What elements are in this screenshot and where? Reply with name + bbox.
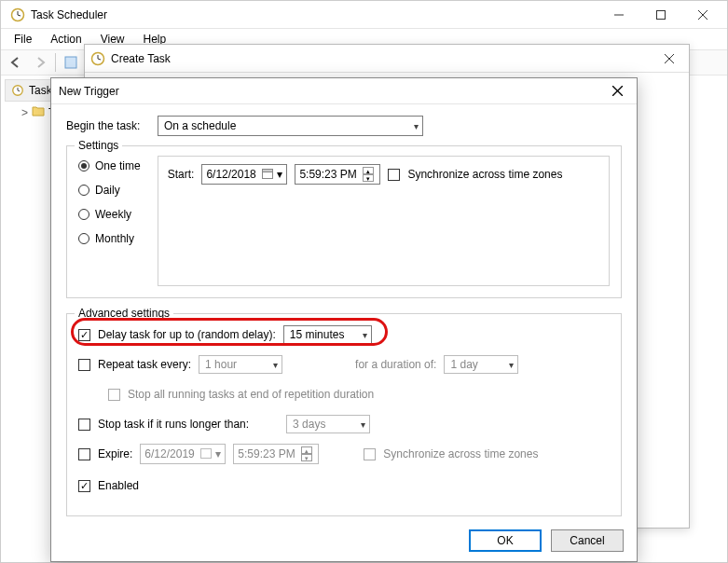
settings-group: Settings One time Daily Weekly Monthly S…	[66, 145, 622, 298]
repeat-value-combo[interactable]: 1 hour ▾	[199, 355, 282, 374]
chevron-down-icon: ▾	[363, 330, 367, 340]
radio-icon	[78, 160, 89, 172]
advanced-group: Advanced settings Delay task for up to (…	[66, 313, 622, 516]
stop-all-label: Stop all running tasks at end of repetit…	[128, 388, 374, 401]
schedule-radio-group: One time Daily Weekly Monthly	[78, 156, 141, 286]
delay-label: Delay task for up to (random delay):	[98, 328, 276, 341]
delay-value: 15 minutes	[290, 328, 345, 341]
time-spinner[interactable]: ▴ ▾	[363, 167, 374, 182]
repeat-value: 1 hour	[205, 358, 237, 371]
spin-up-icon[interactable]: ▴	[301, 446, 312, 454]
expire-sync-tz-label: Synchronize across time zones	[383, 447, 538, 460]
cancel-button[interactable]: Cancel	[551, 529, 624, 552]
duration-label: for a duration of:	[355, 358, 436, 371]
chevron-down-icon: ▾	[215, 447, 221, 460]
app-clock-icon	[10, 7, 25, 22]
time-spinner[interactable]: ▴ ▾	[301, 446, 312, 461]
svg-rect-4	[656, 10, 665, 19]
calendar-icon	[262, 168, 273, 182]
start-time-value: 5:59:23 PM	[299, 168, 356, 181]
trigger-body: Begin the task: On a schedule ▾ Settings…	[51, 104, 637, 528]
create-task-title: Create Task	[111, 52, 655, 65]
create-task-titlebar: Create Task	[85, 45, 689, 73]
expire-checkbox[interactable]	[78, 448, 90, 460]
start-date-value: 6/12/2018	[206, 168, 255, 181]
chevron-down-icon: ▾	[277, 168, 282, 181]
new-trigger-dialog: New Trigger Begin the task: On a schedul…	[50, 77, 638, 562]
enabled-checkbox[interactable]	[78, 480, 90, 492]
create-task-close-button[interactable]	[655, 48, 683, 70]
close-button[interactable]	[681, 2, 723, 28]
dialog-button-row: OK Cancel	[469, 529, 624, 552]
svg-rect-21	[263, 169, 273, 172]
stop-if-label: Stop task if it runs longer than:	[98, 418, 249, 431]
begin-task-combo[interactable]: On a schedule ▾	[158, 116, 423, 136]
chevron-down-icon: ▾	[509, 360, 514, 370]
stop-if-value: 3 days	[293, 418, 325, 431]
duration-value-combo[interactable]: 1 day ▾	[444, 355, 518, 374]
radio-weekly[interactable]: Weekly	[78, 208, 141, 221]
trigger-title: New Trigger	[59, 85, 119, 98]
svg-rect-22	[201, 448, 212, 458]
stop-if-checkbox[interactable]	[78, 419, 90, 431]
radio-icon	[78, 209, 89, 220]
expire-label: Expire:	[98, 447, 132, 460]
radio-monthly[interactable]: Monthly	[78, 232, 141, 245]
start-time-field[interactable]: 5:59:23 PM ▴ ▾	[295, 164, 380, 185]
expire-time-value: 5:59:23 PM	[238, 447, 295, 460]
trigger-titlebar: New Trigger	[51, 78, 637, 104]
expire-sync-tz-checkbox	[364, 448, 376, 460]
spin-down-icon[interactable]: ▾	[363, 174, 374, 182]
start-label: Start:	[168, 168, 195, 181]
nav-back-button[interactable]	[5, 52, 27, 73]
sync-tz-checkbox[interactable]	[388, 169, 400, 181]
spin-down-icon[interactable]: ▾	[301, 454, 312, 461]
repeat-label: Repeat task every:	[98, 358, 191, 371]
maximize-button[interactable]	[639, 2, 681, 28]
begin-task-value: On a schedule	[164, 119, 236, 132]
folder-icon	[32, 105, 45, 119]
delay-checkbox[interactable]	[78, 329, 90, 341]
create-task-clock-icon	[90, 51, 105, 66]
delay-value-combo[interactable]: 15 minutes ▾	[283, 325, 372, 344]
chevron-down-icon: ▾	[361, 419, 365, 430]
main-titlebar: Task Scheduler	[1, 1, 727, 29]
menu-action[interactable]: Action	[43, 31, 89, 48]
radio-icon	[78, 233, 89, 244]
menu-file[interactable]: File	[7, 31, 39, 48]
enabled-label: Enabled	[98, 479, 139, 492]
toolbar-scope-button[interactable]	[60, 52, 82, 73]
radio-one-time[interactable]: One time	[78, 159, 141, 172]
start-date-field[interactable]: 6/12/2018 ▾	[201, 164, 287, 185]
repeat-checkbox[interactable]	[78, 359, 90, 371]
stop-all-checkbox	[108, 389, 120, 401]
window-controls	[598, 2, 723, 28]
svg-rect-7	[65, 57, 76, 68]
main-window-title: Task Scheduler	[31, 8, 598, 21]
calendar-icon	[200, 447, 212, 461]
chevron-down-icon: ▾	[414, 121, 419, 131]
ok-button[interactable]: OK	[469, 529, 542, 552]
nav-forward-button[interactable]	[29, 52, 51, 73]
trigger-close-button[interactable]	[605, 81, 629, 102]
duration-value: 1 day	[450, 358, 477, 371]
sync-tz-label: Synchronize across time zones	[407, 168, 562, 181]
chevron-down-icon: ▾	[273, 360, 278, 370]
spin-up-icon[interactable]: ▴	[363, 167, 374, 174]
task-scheduler-window: Task Scheduler File Action View Help Tas…	[0, 0, 728, 563]
expire-date-value: 6/12/2019	[144, 447, 194, 460]
radio-icon	[78, 185, 89, 196]
begin-task-label: Begin the task:	[66, 119, 148, 132]
tree-expand-icon[interactable]: >	[21, 106, 28, 119]
radio-daily[interactable]: Daily	[78, 184, 141, 197]
settings-legend: Settings	[75, 139, 122, 152]
start-panel: Start: 6/12/2018 ▾ 5:59:23 PM	[158, 156, 610, 286]
toolbar-separator	[55, 53, 56, 72]
stop-if-value-combo[interactable]: 3 days ▾	[286, 415, 370, 433]
expire-time-field[interactable]: 5:59:23 PM ▴ ▾	[233, 444, 319, 464]
expire-date-field[interactable]: 6/12/2019 ▾	[140, 444, 226, 464]
tree-root-clock-icon	[11, 84, 24, 97]
advanced-legend: Advanced settings	[75, 307, 173, 320]
minimize-button[interactable]	[598, 2, 639, 28]
